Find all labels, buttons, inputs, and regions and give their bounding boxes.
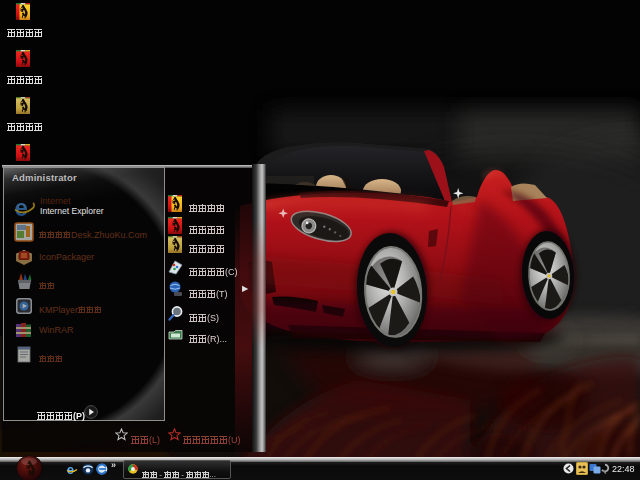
svg-text:e: e bbox=[15, 196, 28, 218]
svg-text:e: e bbox=[67, 463, 74, 475]
